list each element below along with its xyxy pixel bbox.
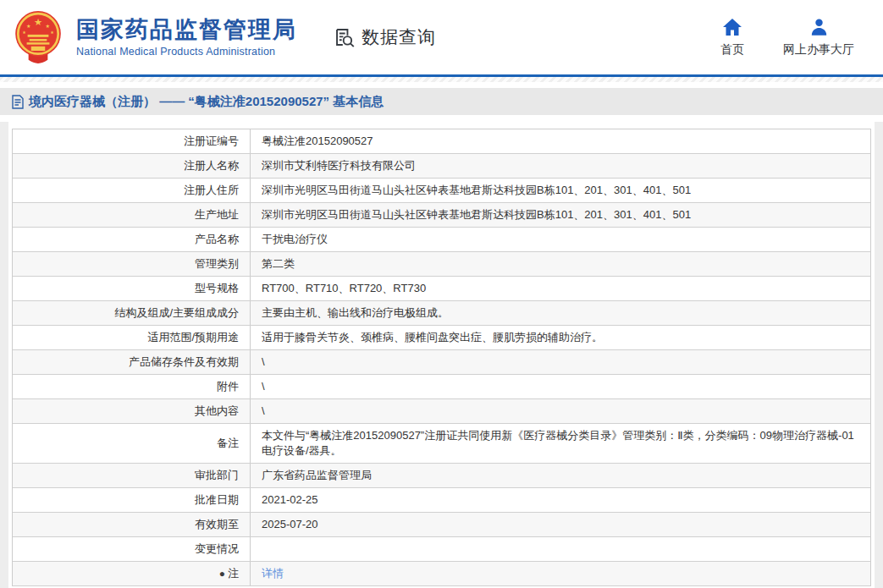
table-row: 有效期至2025-07-20 [13,513,870,537]
row-label: 产品储存条件及有效期 [13,350,250,374]
note-dot-icon: ● [219,569,225,579]
page-title: 境内医疗器械（注册） —— “粤械注准20152090527” 基本信息 [29,94,384,110]
row-label: 注册人名称 [13,154,250,178]
row-value: \ [250,350,870,374]
nav-service-hall[interactable]: 网上办事大厅 [783,18,854,58]
content-panel: 注册证编号粤械注准20152090527注册人名称深圳市艾利特医疗科技有限公司注… [8,122,875,588]
nav-home[interactable]: 首页 [720,18,744,58]
table-row: 注册证编号粤械注准20152090527 [13,129,870,154]
table-row: 管理类别第二类 [13,252,870,277]
row-label-text: 批准日期 [195,492,239,508]
row-label-text: 变更情况 [195,541,239,557]
row-label: 注册证编号 [13,129,250,153]
row-value: 适用于膝骨关节炎、颈椎病、腰椎间盘突出症、腰肌劳损的辅助治疗。 [250,326,870,349]
row-value: 深圳市光明区马田街道马山头社区钟表基地君斯达科技园B栋101、201、301、4… [250,179,870,202]
row-value [250,537,870,561]
row-label: 备注 [13,424,250,463]
row-value: 详情 [250,562,870,585]
table-row: 批准日期2021-02-25 [13,488,870,513]
brand-text: 国家药品监督管理局 National Medical Products Admi… [76,17,297,58]
row-label: 型号规格 [13,277,250,300]
data-query-icon [333,26,356,49]
home-icon [722,18,742,36]
table-row: 注册人名称深圳市艾利特医疗科技有限公司 [13,154,870,179]
row-value: 粤械注准20152090527 [250,129,870,153]
row-label: 附件 [13,375,250,398]
data-query-section[interactable]: 数据查询 [333,25,436,49]
row-label: ●注 [13,562,250,585]
row-value: 2021-02-25 [250,488,870,512]
row-label-text: 注册证编号 [184,134,239,149]
row-label-text: 管理类别 [195,256,239,272]
table-row: 审批部门广东省药品监督管理局 [13,464,870,488]
row-label: 管理类别 [13,252,250,276]
row-label-text: 注册人住所 [184,183,239,198]
content-area: 注册证编号粤械注准20152090527注册人名称深圳市艾利特医疗科技有限公司注… [0,122,883,588]
table-row: 产品名称干扰电治疗仪 [13,228,870,252]
detail-link[interactable]: 详情 [262,566,284,581]
row-label: 其他内容 [13,399,250,423]
row-label-text: 有效期至 [195,517,239,532]
row-label-text: 适用范围/预期用途 [147,330,239,345]
org-name-en: National Medical Products Administration [76,46,297,58]
table-row: 适用范围/预期用途适用于膝骨关节炎、颈椎病、腰椎间盘突出症、腰肌劳损的辅助治疗。 [13,326,870,350]
row-label-text: 生产地址 [195,207,239,223]
table-row: 备注本文件与“粤械注准20152090527”注册证共同使用新《医疗器械分类目录… [13,424,870,464]
row-value: 深圳市光明区马田街道马山头社区钟表基地君斯达科技园B栋101、201、301、4… [250,203,870,227]
row-label-text: 注册人名称 [184,158,239,173]
nav-service-hall-label: 网上办事大厅 [783,42,854,58]
row-label: 注册人住所 [13,179,250,202]
table-row: ●注详情 [13,562,870,586]
row-label-text: 产品储存条件及有效期 [129,354,239,370]
user-icon [809,18,829,36]
stripe-band [0,77,883,82]
org-name-cn: 国家药品监督管理局 [76,17,297,43]
table-row: 附件\ [13,375,870,399]
table-row: 注册人住所深圳市光明区马田街道马山头社区钟表基地君斯达科技园B栋101、201、… [13,179,870,203]
row-label-text: 附件 [217,379,239,394]
brand: ★ ★ ★ ★ ★ 国家药品监督管理局 National Medical Pro… [12,9,297,65]
row-label: 结构及组成/主要组成成分 [13,301,250,325]
site-header: ★ ★ ★ ★ ★ 国家药品监督管理局 National Medical Pro… [0,0,883,74]
page-title-bar: 境内医疗器械（注册） —— “粤械注准20152090527” 基本信息 [0,88,883,115]
row-value: RT700、RT710、RT720、RT730 [250,277,870,300]
table-row: 产品储存条件及有效期\ [13,350,870,375]
row-value: 2025-07-20 [250,513,870,536]
data-query-label: 数据查询 [361,25,436,49]
row-label: 适用范围/预期用途 [13,326,250,349]
row-label: 变更情况 [13,537,250,561]
document-icon [12,95,24,109]
row-label-text: 其他内容 [195,404,239,419]
table-row: 生产地址深圳市光明区马田街道马山头社区钟表基地君斯达科技园B栋101、201、3… [13,203,870,228]
row-value: \ [250,375,870,398]
svg-text:★: ★ [50,30,54,35]
nav-home-label: 首页 [720,42,744,58]
table-row: 型号规格RT700、RT710、RT720、RT730 [13,277,870,301]
row-value: 第二类 [250,252,870,276]
row-value: 深圳市艾利特医疗科技有限公司 [250,154,870,178]
row-label-text: 注 [228,566,239,581]
row-label: 有效期至 [13,513,250,536]
row-value: 广东省药品监督管理局 [250,464,870,487]
svg-text:★: ★ [26,23,31,29]
top-nav: 首页 网上办事大厅 [720,18,866,58]
row-label-text: 审批部门 [195,468,239,483]
national-emblem-logo: ★ ★ ★ ★ ★ [12,9,64,65]
row-label-text: 备注 [217,436,239,451]
svg-text:★: ★ [34,17,42,27]
svg-text:★: ★ [22,30,26,35]
info-table: 注册证编号粤械注准20152090527注册人名称深圳市艾利特医疗科技有限公司注… [12,129,871,586]
row-label-text: 结构及组成/主要组成成分 [114,305,239,321]
table-row: 其他内容\ [13,399,870,424]
row-label-text: 产品名称 [195,232,239,247]
svg-text:★: ★ [46,23,51,29]
row-label-text: 型号规格 [195,281,239,296]
row-value: \ [250,399,870,423]
row-label: 审批部门 [13,464,250,487]
row-value: 本文件与“粤械注准20152090527”注册证共同使用新《医疗器械分类目录》管… [250,424,870,463]
row-label: 生产地址 [13,203,250,227]
table-row: 结构及组成/主要组成成分主要由主机、输出线和治疗电极组成。 [13,301,870,326]
table-row: 变更情况 [13,537,870,562]
row-label: 产品名称 [13,228,250,251]
row-value: 主要由主机、输出线和治疗电极组成。 [250,301,870,325]
